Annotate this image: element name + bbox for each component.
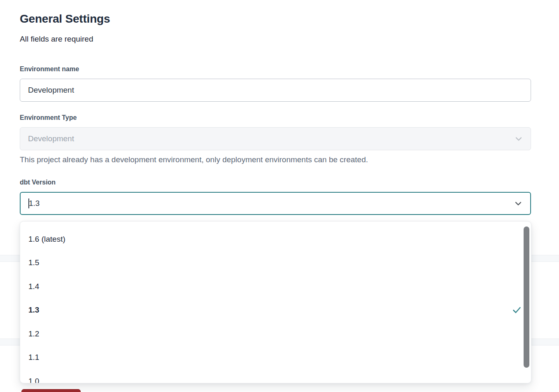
environment-name-input[interactable] xyxy=(20,79,531,102)
dropdown-option-list: 1.6 (latest) 1.5 1.4 1.3 1.2 1.1 1.0 xyxy=(20,222,531,383)
danger-button-partial[interactable] xyxy=(21,389,81,392)
environment-type-helper: This project already has a development e… xyxy=(20,155,368,164)
dropdown-option[interactable]: 1.3 xyxy=(20,299,531,322)
dropdown-option-label: 1.1 xyxy=(28,353,39,362)
dbt-version-select[interactable]: 1.3 xyxy=(20,192,531,215)
dropdown-option[interactable]: 1.0 xyxy=(20,369,531,383)
dbt-version-dropdown: 1.6 (latest) 1.5 1.4 1.3 1.2 1.1 1.0 xyxy=(20,221,531,383)
environment-type-select: Development xyxy=(20,127,531,150)
dropdown-scrollbar[interactable] xyxy=(524,226,529,368)
dropdown-option[interactable]: 1.4 xyxy=(20,275,531,299)
chevron-down-icon[interactable] xyxy=(513,198,523,208)
dropdown-option[interactable]: 1.1 xyxy=(20,346,531,370)
dropdown-option[interactable]: 1.2 xyxy=(20,322,531,346)
check-icon xyxy=(512,307,521,314)
dropdown-option-label: 1.3 xyxy=(28,306,39,315)
dbt-version-value: 1.3 xyxy=(29,199,40,208)
chevron-down-icon xyxy=(514,134,524,144)
environment-name-label: Environment name xyxy=(20,65,79,73)
dropdown-option-label: 1.2 xyxy=(28,329,39,338)
dropdown-option-label: 1.5 xyxy=(28,258,39,267)
dropdown-option[interactable]: 1.5 xyxy=(20,251,531,275)
environment-type-label: Environment Type xyxy=(20,114,77,121)
environment-type-value: Development xyxy=(28,134,74,143)
dbt-version-label: dbt Version xyxy=(20,179,56,186)
dropdown-option-label: 1.4 xyxy=(28,282,39,291)
dropdown-option-label: 1.6 (latest) xyxy=(28,235,65,244)
dropdown-option[interactable]: 1.6 (latest) xyxy=(20,227,531,251)
page-subtitle: All fields are required xyxy=(20,35,93,44)
dropdown-option-label: 1.0 xyxy=(28,377,39,383)
page-title: General Settings xyxy=(20,12,110,26)
